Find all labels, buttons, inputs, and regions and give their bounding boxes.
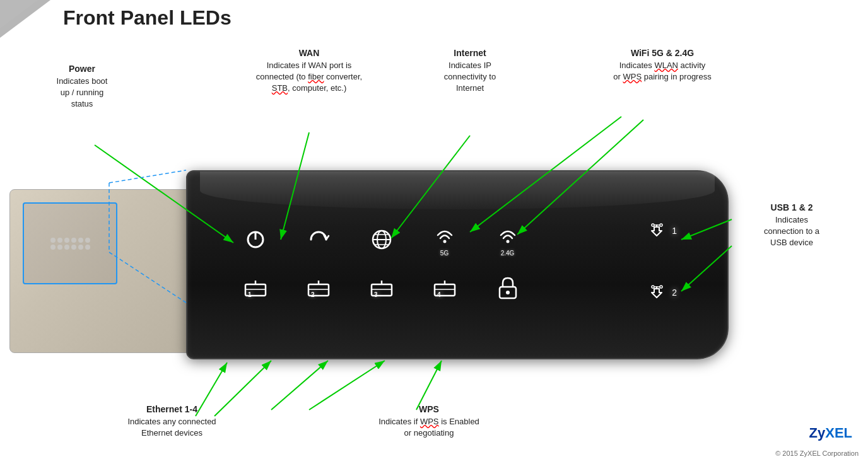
- mini-led-9: [64, 245, 69, 250]
- wps-led-icon: [490, 276, 525, 301]
- wan-led-icon: [301, 227, 336, 252]
- mini-led-6: [85, 238, 90, 243]
- power-led-icon: [238, 227, 273, 252]
- mini-led-10: [71, 245, 76, 250]
- zyxel-brand-area: ZyXEL © 2015 ZyXEL Corporation: [775, 448, 859, 457]
- internet-desc: Indicates IPconnectivity toInternet: [416, 60, 524, 95]
- device-led-panel: [23, 202, 117, 284]
- power-label: Power Indicates bootup / runningstatus: [32, 63, 132, 110]
- svg-point-32: [506, 291, 510, 294]
- zyxel-logo: ZyXEL: [809, 425, 852, 441]
- wifi5g-led-icon: 5G: [427, 222, 462, 257]
- usb-desc: Indicatesconnection to aUSB device: [732, 214, 852, 249]
- router-container: 5G 2.4G 1: [9, 170, 732, 372]
- svg-point-18: [660, 286, 662, 288]
- wps-label: WPS Indicates if WPS is Enabledor negoti…: [366, 403, 492, 439]
- usb2-led-icon: 2: [647, 284, 677, 301]
- wifi24g-led-icon: 2.4G: [490, 222, 525, 257]
- internet-title: Internet: [416, 47, 524, 60]
- mini-led-1: [50, 238, 56, 243]
- copyright-text: © 2015 ZyXEL Corporation: [775, 450, 859, 457]
- mini-led-7: [50, 245, 56, 250]
- wps-desc: Indicates if WPS is Enabledor negotiatin…: [366, 416, 492, 439]
- leds-top-row: 5G 2.4G: [238, 222, 525, 257]
- corner-logo: [0, 0, 50, 38]
- usb1-led-icon: 1: [647, 222, 677, 240]
- svg-point-12: [652, 224, 654, 226]
- page-title: Front Panel LEDs: [63, 6, 232, 30]
- mini-led-12: [85, 245, 90, 250]
- lan4-led-icon: 4: [427, 277, 462, 299]
- mini-led-8: [57, 245, 62, 250]
- wan-label: WAN Indicates if WAN port isconnected (t…: [246, 47, 372, 94]
- internet-label: Internet Indicates IPconnectivity toInte…: [416, 47, 524, 94]
- leds-bottom-row: 1 2 3: [238, 276, 525, 301]
- mini-led-grid: [45, 233, 95, 255]
- title-area: Front Panel LEDs: [63, 6, 232, 30]
- svg-point-14: [660, 224, 662, 226]
- wan-title: WAN: [246, 47, 372, 60]
- wifi-desc: Indicates WLAN activityor WPS pairing in…: [599, 60, 725, 83]
- internet-led-icon: [364, 226, 399, 253]
- svg-text:1: 1: [248, 291, 252, 298]
- mini-led-2: [57, 238, 62, 243]
- ethernet-desc: Indicates any connectedEthernet devices: [110, 416, 233, 439]
- mini-led-4: [71, 238, 76, 243]
- lan1-led-icon: 1: [238, 277, 273, 299]
- zyxel-xel: XEL: [825, 425, 852, 441]
- svg-text:2: 2: [311, 291, 315, 298]
- wan-desc: Indicates if WAN port isconnected (to fi…: [246, 60, 372, 95]
- device-side-body: [9, 189, 205, 353]
- front-panel: 5G 2.4G 1: [186, 170, 729, 359]
- svg-marker-1: [0, 0, 38, 28]
- svg-text:3: 3: [374, 291, 378, 298]
- usb2-label: 2: [672, 287, 677, 298]
- ethernet-title: Ethernet 1-4: [110, 403, 233, 416]
- usb-label: USB 1 & 2 Indicatesconnection to aUSB de…: [732, 202, 852, 248]
- wifi-title: WiFi 5G & 2.4G: [599, 47, 725, 60]
- zyxel-zy: Zy: [809, 425, 826, 441]
- svg-point-10: [506, 240, 509, 243]
- lan2-led-icon: 2: [301, 277, 336, 299]
- wifi5g-led-label: 5G: [440, 250, 449, 257]
- usb-section: 1 2: [647, 222, 677, 301]
- ethernet-label: Ethernet 1-4 Indicates any connectedEthe…: [110, 403, 233, 439]
- mini-led-3: [64, 238, 69, 243]
- svg-point-9: [443, 240, 446, 243]
- mini-led-5: [78, 238, 83, 243]
- power-desc: Indicates bootup / runningstatus: [32, 76, 132, 110]
- usb1-label: 1: [672, 226, 677, 236]
- wifi-label: WiFi 5G & 2.4G Indicates WLAN activityor…: [599, 47, 725, 83]
- lan3-led-icon: 3: [364, 277, 399, 299]
- power-title: Power: [32, 63, 132, 76]
- svg-point-16: [652, 286, 654, 288]
- mini-led-11: [78, 245, 83, 250]
- wps-title: WPS: [366, 403, 492, 416]
- svg-text:4: 4: [437, 291, 441, 298]
- usb-title: USB 1 & 2: [732, 202, 852, 214]
- wifi24g-led-label: 2.4G: [501, 250, 515, 257]
